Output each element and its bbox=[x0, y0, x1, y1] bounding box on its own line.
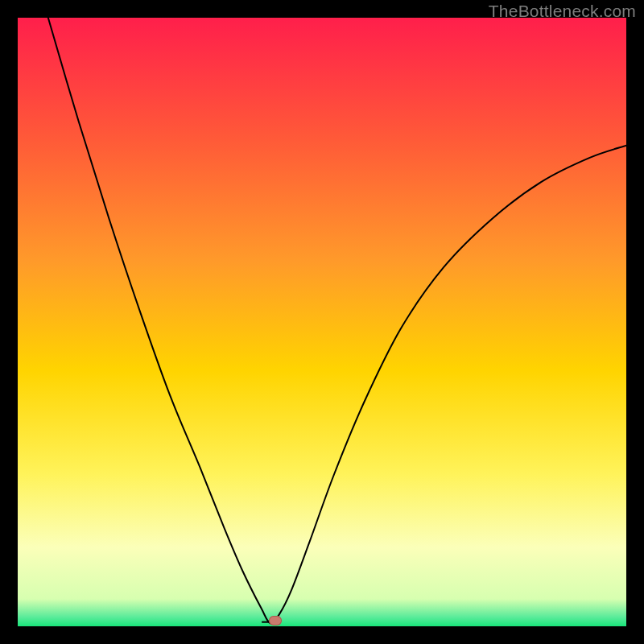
minimum-marker bbox=[269, 616, 282, 625]
bottleneck-curve bbox=[18, 18, 626, 626]
plot-area bbox=[18, 18, 626, 626]
chart-stage: TheBottleneck.com bbox=[0, 0, 644, 644]
